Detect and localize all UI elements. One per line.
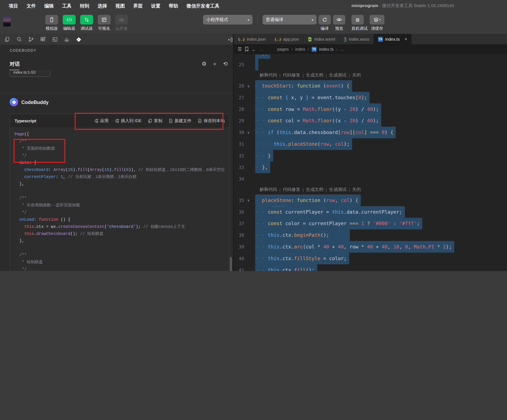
menu-item[interactable]: 微信开发者工具	[182, 3, 224, 9]
bookmark-icon[interactable]	[244, 47, 249, 52]
code-row[interactable]: 25	[234, 59, 507, 70]
menu-item[interactable]: 视图	[111, 3, 129, 9]
code-row[interactable]: 41· · this.ctx.fill();	[234, 264, 507, 271]
tab-index-wxss[interactable]: Ʒ index.wxss	[339, 34, 374, 44]
menu-item[interactable]: 文件	[22, 3, 40, 9]
codebuddy-activity-icon[interactable]	[76, 36, 82, 42]
sliders-icon[interactable]	[80, 15, 93, 25]
gear-icon[interactable]: ⚙	[202, 61, 207, 67]
wechat-devtools-window: 项目文件编辑工具转到选择视图界面设置帮助微信开发者工具 miniprogram …	[0, 0, 507, 271]
codelens-link[interactable]: 解释代码	[260, 187, 277, 193]
simulator-icon[interactable]	[45, 15, 58, 25]
code-row[interactable]: 39· · this.ctx.arc(col * 40 + 40, row * …	[234, 241, 507, 253]
code-row[interactable]: 33· },	[234, 162, 507, 173]
simulator-button[interactable]: 模拟器	[45, 15, 58, 31]
fold-chevron-icon[interactable]: ∨	[244, 198, 253, 202]
codelens-link[interactable]: 代码修复	[283, 187, 300, 193]
visualize-button[interactable]: 可视化	[98, 15, 111, 31]
outline-icon[interactable]: ☰	[238, 47, 242, 51]
panel-layout-icon[interactable]	[52, 36, 58, 42]
code-row[interactable]: 34	[234, 173, 507, 185]
breadcrumb-pages[interactable]: pages	[277, 47, 289, 51]
fold-chevron-icon[interactable]: ∨	[244, 130, 253, 134]
avatar[interactable]	[3, 16, 11, 27]
codelens-link[interactable]: 解释代码	[260, 72, 277, 78]
eye-icon[interactable]	[333, 15, 345, 25]
preview-button[interactable]: 预览	[333, 15, 345, 31]
editor-button[interactable]: 编辑器	[63, 15, 76, 31]
code-row[interactable]: 31· · · this.placeStone(row, col);	[234, 138, 507, 150]
tab-index-json[interactable]: {..} index.json	[234, 34, 270, 44]
history-icon[interactable]: ⟲	[223, 61, 227, 67]
breadcrumb-index[interactable]: index	[295, 47, 305, 51]
code-editor[interactable]: · },25解释代码|代码修复|生成文档|生成测试|关闭26∨· touchSt…	[234, 54, 507, 271]
code-row[interactable]: 28· · const row = Math.floor((y - 20) / …	[234, 103, 507, 115]
copy-button[interactable]: 复制	[148, 118, 162, 124]
chat-scrollbar[interactable]	[230, 257, 232, 271]
nav-forward-icon[interactable]: →	[259, 46, 264, 52]
menu-item[interactable]: 界面	[129, 3, 147, 9]
code-row[interactable]: 32· · }	[234, 150, 507, 162]
menu-item[interactable]: 帮助	[165, 3, 182, 9]
fold-chevron-icon[interactable]: ∨	[244, 84, 253, 88]
code-row[interactable]: 30∨· · if (this.data.chessboard[row][col…	[234, 127, 507, 138]
code-row[interactable]: 26∨· touchStart: function (event) {···	[234, 80, 507, 92]
menu-item[interactable]: 选择	[93, 3, 111, 9]
codelens-link[interactable]: 关闭	[352, 72, 361, 78]
extensions-icon[interactable]	[40, 36, 46, 42]
breadcrumb-symbol[interactable]: …	[340, 47, 344, 51]
code-card-actions: 应用 插入到 IDE 复制 新建文件	[94, 118, 225, 124]
docker-icon[interactable]	[63, 36, 70, 42]
menu-item[interactable]: 转到	[76, 3, 93, 9]
new-chat-icon[interactable]: ＋	[212, 61, 218, 67]
code-row[interactable]: 38· · this.ctx.beginPath();	[234, 229, 507, 241]
line-number: 33	[234, 165, 244, 170]
breadcrumb-file[interactable]: index.ts	[319, 47, 333, 51]
cloud-dev-button[interactable]: 云开发	[115, 15, 128, 31]
code-icon[interactable]	[63, 15, 76, 25]
clear-cache-button[interactable]: ▾ 清缓存	[370, 15, 384, 31]
line-number: 31	[234, 142, 244, 147]
save-local-button[interactable]: 保存到本地	[197, 118, 225, 124]
bug-icon[interactable]	[352, 15, 364, 25]
menu-item[interactable]: 设置	[147, 3, 165, 9]
code-row[interactable]: 35∨· placeStone: function (row, col) {··…	[234, 194, 507, 206]
code-row[interactable]: 37· · const color = currentPlayer === 1 …	[234, 218, 507, 229]
code-row[interactable]: 40· · this.ctx.fillStyle = color;	[234, 253, 507, 264]
layers-icon[interactable]: ▾	[370, 15, 384, 25]
codelens-link[interactable]: 生成测试	[329, 187, 347, 193]
nav-back-icon[interactable]: ←	[252, 46, 256, 52]
code-row[interactable]: 29· · const col = Math.floor((x - 20) / …	[234, 115, 507, 127]
codelens-link[interactable]: 代码修复	[283, 72, 300, 78]
cloud-icon[interactable]	[115, 15, 128, 25]
codelens-link[interactable]: 生成测试	[329, 72, 347, 78]
git-branch-icon[interactable]	[28, 36, 34, 42]
compile-button[interactable]: 编译	[318, 15, 331, 31]
tab-index-ts[interactable]: TS index.ts ×	[374, 34, 412, 44]
new-file-button[interactable]: 新建文件	[169, 118, 191, 124]
search-icon[interactable]	[16, 36, 22, 42]
code-line: /**	[14, 252, 225, 259]
tab-index-wxml[interactable]: index.wxml	[304, 34, 340, 44]
tab-app-json[interactable]: {..} app.json	[270, 34, 304, 44]
context-chip[interactable]: index.ts:1-53	[10, 70, 50, 77]
refresh-icon[interactable]	[318, 15, 331, 25]
mode-select[interactable]: 小程序模式 ▾	[203, 15, 253, 25]
insert-to-ide-button[interactable]: 插入到 IDE	[115, 118, 142, 124]
collapse-panel-icon[interactable]	[227, 36, 233, 42]
compile-mode-select[interactable]: 普通编译 ▾	[263, 15, 317, 25]
menu-item[interactable]: 编辑	[40, 3, 58, 9]
tab-chat[interactable]: 对话	[10, 61, 20, 68]
menu-item[interactable]: 项目	[5, 3, 22, 9]
files-icon[interactable]	[4, 36, 10, 42]
menu-item[interactable]: 工具	[58, 3, 76, 9]
codelens-link[interactable]: 生成文档	[306, 72, 324, 78]
codelens-link[interactable]: 生成文档	[306, 187, 324, 193]
apply-button[interactable]: 应用	[94, 118, 109, 124]
device-debug-button[interactable]: 真机调试	[352, 15, 364, 31]
debugger-button[interactable]: 调试器	[80, 15, 93, 31]
chevron-down-icon: ▾	[312, 18, 313, 21]
layout-icon[interactable]	[98, 15, 111, 25]
close-icon[interactable]: ×	[405, 36, 407, 42]
codelens-link[interactable]: 关闭	[352, 187, 361, 193]
